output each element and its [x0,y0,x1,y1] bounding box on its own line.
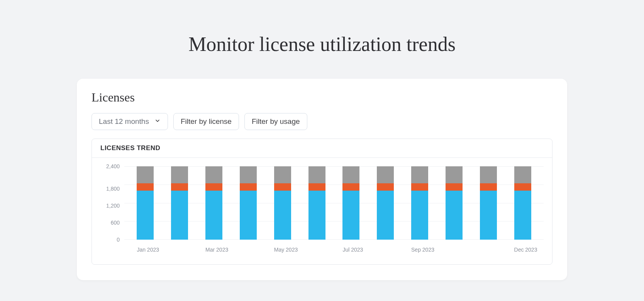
y-tick: 1,200 [106,203,120,208]
x-axis: Jan 2023Mar 2023May 2023Jul 2023Sep 2023… [124,247,544,253]
bar-segment [274,191,291,240]
bar-segment [480,166,497,183]
bar-segment [411,183,428,191]
bar-segment [514,183,531,191]
bar-segment [377,183,394,191]
x-tick [377,247,394,253]
y-tick: 2,400 [106,164,120,169]
date-range-dropdown[interactable]: Last 12 months [92,113,168,130]
bar-segment [308,166,325,183]
bar-segment [137,166,154,183]
bar-column [308,166,325,240]
chart-area: 2,4001,8001,2006000 Jan 2023Mar 2023May … [92,158,552,264]
y-tick: 1,800 [106,186,120,191]
bar-segment [446,166,463,183]
bar-segment [171,166,188,183]
bar-segment [240,191,257,240]
bar-column [446,166,463,240]
bar-column [205,166,222,240]
bar-segment [137,183,154,191]
bar-segment [308,191,325,240]
bar-column [411,166,428,240]
filter-bar: Last 12 months Filter by license Filter … [92,113,552,130]
bar-segment [514,166,531,183]
bars [124,166,544,240]
x-tick: May 2023 [274,247,291,253]
bar-segment [137,191,154,240]
licenses-card: Licenses Last 12 months Filter by licens… [77,79,567,280]
bar-segment [205,191,222,240]
bar-column [137,166,154,240]
x-tick [446,247,463,253]
filter-by-usage-button[interactable]: Filter by usage [244,113,307,130]
bar-segment [446,183,463,191]
bar-column [342,166,359,240]
y-tick: 0 [117,237,120,242]
x-tick: Jan 2023 [137,247,154,253]
bars-wrap [124,166,544,240]
x-tick [240,247,257,253]
bar-segment [446,191,463,240]
bar-segment [411,166,428,183]
x-tick: Jul 2023 [342,247,359,253]
filter-usage-label: Filter by usage [252,117,300,126]
bar-column [171,166,188,240]
filter-license-label: Filter by license [181,117,232,126]
bar-segment [377,191,394,240]
bar-segment [240,183,257,191]
bar-column [377,166,394,240]
x-tick: Sep 2023 [411,247,428,253]
chart-panel: LICENSES TREND 2,4001,8001,2006000 Jan 2… [92,139,552,265]
bar-segment [377,166,394,183]
x-tick [308,247,325,253]
bar-segment [205,166,222,183]
bar-segment [411,191,428,240]
chevron-down-icon [154,117,161,126]
bar-segment [274,166,291,183]
bar-segment [308,183,325,191]
bar-segment [171,191,188,240]
card-title: Licenses [92,90,552,105]
bar-segment [342,166,359,183]
page-title: Monitor license utilization trends [188,33,456,56]
bar-segment [205,183,222,191]
bar-segment [480,191,497,240]
x-tick [480,247,497,253]
bar-segment [240,166,257,183]
filter-by-license-button[interactable]: Filter by license [173,113,239,130]
x-tick: Mar 2023 [205,247,222,253]
chart-title: LICENSES TREND [92,139,552,158]
y-tick: 600 [111,220,120,225]
bar-column [240,166,257,240]
x-tick: Dec 2023 [514,247,531,253]
bar-segment [514,191,531,240]
bar-column [514,166,531,240]
x-tick [171,247,188,253]
date-range-label: Last 12 months [99,117,149,126]
bar-column [274,166,291,240]
bar-segment [480,183,497,191]
bar-segment [274,183,291,191]
y-axis: 2,4001,8001,2006000 [100,166,120,240]
bar-segment [342,183,359,191]
bar-segment [342,191,359,240]
bar-column [480,166,497,240]
bar-segment [171,183,188,191]
